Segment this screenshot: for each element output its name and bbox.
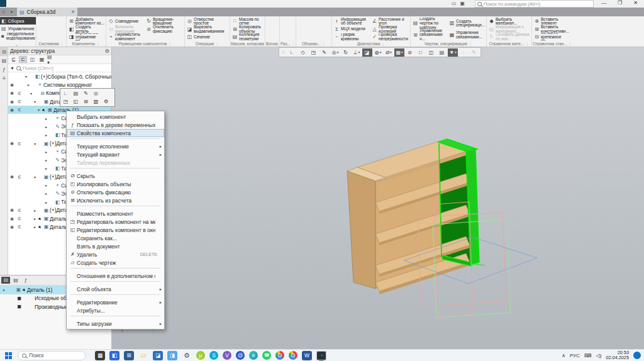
sketch-button[interactable]: ✎: [319, 48, 330, 57]
rotation-rotation-mate-button[interactable]: ↻Вращение-вращение: [146, 18, 183, 25]
expand-arrow-icon[interactable]: ▸: [26, 82, 31, 87]
mirror-button[interactable]: ▧: [91, 97, 101, 106]
expand-arrow-icon[interactable]: ▾: [23, 74, 29, 79]
insert-element-button[interactable]: ⊕Вставить элемент: [534, 18, 570, 25]
continuity-check-button[interactable]: ✓Проверка непрерывности: [372, 33, 409, 41]
exclude-state-icon[interactable]: Є: [16, 99, 23, 104]
clipboard-button[interactable]: ▤: [437, 48, 447, 57]
zoom-to-component-button[interactable]: ◎: [91, 89, 101, 97]
editing-item[interactable]: Редактирование ▸: [67, 298, 164, 306]
object-info-button[interactable]: iИнформация об объекте: [334, 18, 371, 25]
exclude-state-icon[interactable]: Є: [16, 175, 23, 179]
expand-arrow-icon[interactable]: ▸: [43, 150, 49, 154]
app-mail[interactable]: @: [236, 351, 245, 360]
home-dropdown-icon[interactable]: ▾: [11, 9, 13, 14]
parameters-panel-tab[interactable]: ƒ: [0, 65, 8, 74]
visibility-eye-icon[interactable]: ◉: [8, 108, 16, 113]
speaker-icon[interactable]: ◁): [596, 353, 602, 358]
toolbar-grip[interactable]: ∷: [280, 48, 287, 57]
exclude-state-icon[interactable]: Є: [16, 225, 23, 229]
tree-display-options-button[interactable]: ▤ ▾: [47, 56, 55, 63]
exclude-state-icon[interactable]: Є: [16, 216, 23, 221]
coordinate-system-button[interactable]: ∟: [287, 48, 297, 57]
create-drawing-item[interactable]: ▱ Создать чертеж: [67, 258, 164, 267]
expand-arrow-icon[interactable]: ▸: [32, 225, 38, 229]
distance-angle-button[interactable]: ∠Расстояние и угол: [372, 18, 409, 25]
save-as-item[interactable]: Сохранить как...: [67, 234, 164, 242]
tree-item-assembly-root[interactable]: ▾ ◧ (+)Сборка (Тел-0, Сборочных единиц-0: [8, 72, 111, 81]
rotate-view-button[interactable]: ↻: [341, 48, 351, 57]
app-settings[interactable]: ⚙: [182, 351, 192, 360]
copy-properties-button[interactable]: ◫: [426, 48, 436, 57]
filter-button[interactable]: ▼▾: [448, 48, 458, 57]
expand-arrow-icon[interactable]: ▾: [32, 99, 38, 104]
load-types-item[interactable]: Типы загрузки ▸: [67, 319, 164, 328]
app-viber[interactable]: V: [223, 351, 231, 360]
simple-hole-button[interactable]: ◎Отверстие простое: [187, 18, 228, 25]
app-utorrent[interactable]: µ: [196, 351, 205, 360]
edit-in-place-button[interactable]: ◳: [61, 97, 70, 106]
frame-select-button[interactable]: ◌: [458, 48, 469, 57]
app-word[interactable]: W: [302, 351, 312, 360]
app-edge[interactable]: e: [249, 351, 258, 360]
tree-structure-view-button[interactable]: ⊑: [9, 56, 18, 63]
material-info-button[interactable]: ▤Информация о материале...: [489, 25, 530, 33]
menu-separator[interactable]: [70, 168, 160, 171]
mirror-components-button[interactable]: ◨Зеркальное отражение ко...: [69, 33, 104, 41]
attributes-item[interactable]: Атрибуты...: [67, 306, 164, 314]
visibility-eye-icon[interactable]: ◉: [8, 82, 16, 87]
exclude-from-calculation-item[interactable]: ⊠ Исключить из расчета: [67, 196, 164, 204]
gear-icon[interactable]: ⚙: [105, 48, 109, 54]
ribbon-tab-assembly[interactable]: ◧Сборка: [0, 17, 36, 25]
edit-in-place-button[interactable]: ◳: [309, 48, 319, 57]
show-in-variables-tree-item[interactable]: ƒ Показать в дереве переменных: [67, 121, 164, 129]
visibility-eye-icon[interactable]: ◉: [8, 216, 16, 221]
expand-arrow-icon[interactable]: ▸: [43, 133, 49, 137]
app-whatsapp[interactable]: ☎: [262, 351, 271, 360]
notification-badge[interactable]: [633, 352, 641, 359]
create-part-button[interactable]: ◧Создать деталь: [69, 25, 104, 33]
command-search-input[interactable]: Поиск по командам (Alt+/): [475, 0, 594, 8]
app-browser-2[interactable]: [289, 351, 297, 360]
app-chrome[interactable]: [275, 351, 284, 360]
create-bom-button[interactable]: ▥Создать спецификаци...: [449, 18, 485, 30]
tray-chevron-icon[interactable]: ∧: [562, 353, 565, 358]
menu-separator[interactable]: [70, 294, 160, 297]
menu-separator[interactable]: [70, 138, 160, 142]
visibility-eye-icon[interactable]: ◉: [8, 141, 16, 146]
bounding-box-button[interactable]: □: [416, 48, 426, 57]
geometry-collection-button[interactable]: ▤Коллекция геометрии: [232, 33, 264, 41]
ribbon-tab-solid-modeling[interactable]: ■Твердотельное моделирование: [0, 33, 36, 40]
model-viewport[interactable]: X Y ∷∟◇◳✎◎▾↻⊥▾◪◍▾Ø▾▦▾⊘□◫▤▼▾◌✎: [112, 47, 644, 349]
update-material-data-button[interactable]: ↻Обновить данные по мат...: [489, 33, 530, 41]
tree-filter-button[interactable]: ▦: [38, 56, 46, 63]
take-to-document-item[interactable]: Взять в документ: [67, 242, 164, 250]
screen-toggle-icon[interactable]: ▣: [460, 1, 465, 6]
display-mode-button[interactable]: ◪: [362, 48, 372, 57]
orientation-button[interactable]: ⊥▾: [352, 48, 362, 57]
grid-pattern-button[interactable]: ∷Массив по сетке: [232, 18, 264, 25]
expand-arrow-icon[interactable]: ▾: [32, 142, 38, 146]
app-widgets[interactable]: ◧: [109, 351, 119, 360]
enable-fixation-button[interactable]: ⊡Включить фиксацию: [108, 25, 145, 33]
expand-arrow-icon[interactable]: ▾: [32, 175, 38, 179]
expand-arrow-icon[interactable]: ▸: [43, 166, 49, 170]
copy-objects-button[interactable]: ⊞Копировать объекты: [232, 25, 264, 33]
expand-arrow-icon[interactable]: ▸: [43, 200, 49, 204]
app-dark-tile[interactable]: ▦: [95, 351, 105, 360]
disable-fixation-button[interactable]: ⊘Отключить фиксацию: [146, 25, 183, 33]
minimize-button[interactable]: —: [596, 0, 612, 6]
component-properties-button[interactable]: ▤: [71, 89, 80, 97]
bottom-item-part[interactable]: ▸ ▣ ▶ Деталь (1): [0, 286, 70, 294]
visibility-eye-icon[interactable]: ◉: [8, 208, 16, 213]
pattern-button[interactable]: ⊞: [81, 97, 91, 106]
filter-icon[interactable]: ▼: [10, 66, 14, 70]
expand-arrow-icon[interactable]: ▸: [43, 116, 49, 121]
add-component-from-button[interactable]: ⊞Добавить компонент из...: [69, 18, 104, 25]
edit-component-in-window-item[interactable]: ◱ Редактировать компонент в окне: [67, 226, 164, 234]
menu-separator[interactable]: [70, 268, 160, 271]
app-calculator[interactable]: ⊞: [124, 351, 134, 360]
expand-arrow-icon[interactable]: ▾: [28, 91, 34, 96]
section-view-button[interactable]: ⊘: [405, 48, 415, 57]
curvature-graph-button[interactable]: ~График кривизны: [334, 33, 371, 41]
